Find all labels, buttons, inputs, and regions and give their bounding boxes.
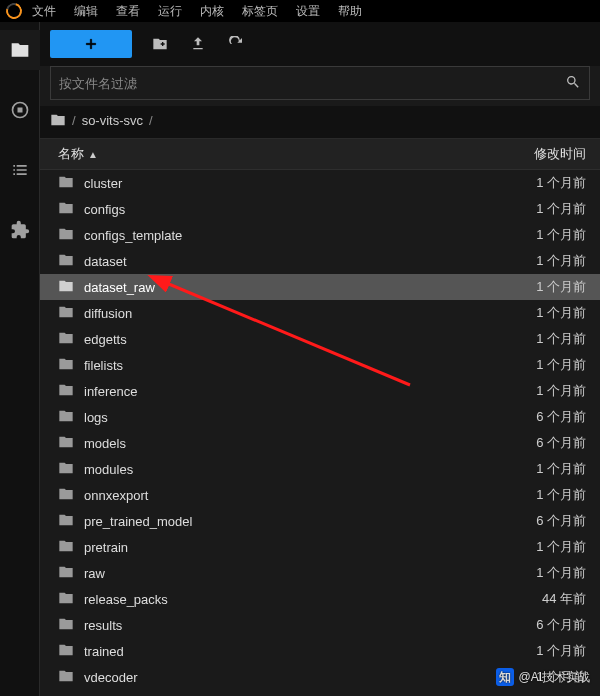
folder-icon xyxy=(58,174,74,193)
file-mtime: 1 个月前 xyxy=(496,252,586,270)
zhihu-icon: 知 xyxy=(496,668,514,686)
folder-icon xyxy=(58,642,74,661)
search-icon xyxy=(565,74,581,93)
folder-icon xyxy=(58,616,74,635)
file-mtime: 1 个月前 xyxy=(496,330,586,348)
new-folder-icon xyxy=(152,36,168,52)
file-mtime: 6 个月前 xyxy=(496,512,586,530)
file-row[interactable]: modules1 个月前 xyxy=(40,456,600,482)
file-name: cluster xyxy=(74,176,496,191)
col-mtime-label[interactable]: 修改时间 xyxy=(496,145,586,163)
activity-rail xyxy=(0,22,40,696)
file-row[interactable]: cluster1 个月前 xyxy=(40,170,600,196)
menu-view[interactable]: 查看 xyxy=(116,3,140,20)
file-mtime: 1 个月前 xyxy=(496,460,586,478)
file-name: trained xyxy=(74,644,496,659)
file-mtime: 6 个月前 xyxy=(496,408,586,426)
file-name: vdecoder xyxy=(74,670,496,685)
file-row[interactable]: filelists1 个月前 xyxy=(40,352,600,378)
file-mtime: 1 个月前 xyxy=(496,200,586,218)
filter-box[interactable] xyxy=(50,66,590,100)
folder-icon xyxy=(58,460,74,479)
folder-icon xyxy=(58,356,74,375)
file-row[interactable]: models6 个月前 xyxy=(40,430,600,456)
folder-icon xyxy=(58,668,74,687)
list-icon xyxy=(10,160,30,180)
file-mtime: 1 个月前 xyxy=(496,564,586,582)
folder-icon xyxy=(58,252,74,271)
crumb-folder[interactable]: so-vits-svc xyxy=(82,113,143,128)
folder-icon xyxy=(58,408,74,427)
file-row[interactable]: configs_template1 个月前 xyxy=(40,222,600,248)
file-mtime: 1 个月前 xyxy=(496,226,586,244)
file-name: dataset_raw xyxy=(74,280,496,295)
folder-icon xyxy=(58,512,74,531)
file-mtime: 1 个月前 xyxy=(496,486,586,504)
file-mtime: 6 个月前 xyxy=(496,434,586,452)
menu-help[interactable]: 帮助 xyxy=(338,3,362,20)
folder-icon xyxy=(58,226,74,245)
file-row[interactable]: raw1 个月前 xyxy=(40,560,600,586)
file-toolbar xyxy=(40,22,600,66)
folder-icon xyxy=(58,486,74,505)
file-row[interactable]: onnxexport1 个月前 xyxy=(40,482,600,508)
file-row[interactable]: configs1 个月前 xyxy=(40,196,600,222)
file-row[interactable]: edgetts1 个月前 xyxy=(40,326,600,352)
menu-run[interactable]: 运行 xyxy=(158,3,182,20)
folder-icon xyxy=(58,330,74,349)
folder-icon xyxy=(10,40,30,60)
file-row[interactable]: results6 个月前 xyxy=(40,612,600,638)
menu-file[interactable]: 文件 xyxy=(32,3,56,20)
file-mtime: 1 个月前 xyxy=(496,174,586,192)
menu-edit[interactable]: 编辑 xyxy=(74,3,98,20)
plus-icon xyxy=(83,36,99,52)
file-name: configs_template xyxy=(74,228,496,243)
breadcrumb[interactable]: / so-vits-svc / xyxy=(40,106,600,139)
file-name: onnxexport xyxy=(74,488,496,503)
file-row[interactable]: pretrain1 个月前 xyxy=(40,534,600,560)
menu-tabs[interactable]: 标签页 xyxy=(242,3,278,20)
file-row[interactable]: pre_trained_model6 个月前 xyxy=(40,508,600,534)
menu-kernel[interactable]: 内核 xyxy=(200,3,224,20)
folder-icon xyxy=(58,590,74,609)
file-mtime: 6 个月前 xyxy=(496,616,586,634)
crumb-root[interactable]: / xyxy=(72,113,76,128)
rail-running-tab[interactable] xyxy=(0,90,40,130)
file-row[interactable]: release_packs44 年前 xyxy=(40,586,600,612)
file-name: configs xyxy=(74,202,496,217)
file-row[interactable]: inference1 个月前 xyxy=(40,378,600,404)
filter-input[interactable] xyxy=(59,76,565,91)
menubar: 文件 编辑 查看 运行 内核 标签页 设置 帮助 xyxy=(0,0,600,22)
refresh-button[interactable] xyxy=(226,34,246,54)
file-mtime: 44 年前 xyxy=(496,590,586,608)
file-name: logs xyxy=(74,410,496,425)
file-row[interactable]: dataset_raw1 个月前 xyxy=(40,274,600,300)
menu-settings[interactable]: 设置 xyxy=(296,3,320,20)
upload-button[interactable] xyxy=(188,34,208,54)
file-name: models xyxy=(74,436,496,451)
folder-icon xyxy=(58,434,74,453)
file-list[interactable]: cluster1 个月前configs1 个月前configs_template… xyxy=(40,170,600,696)
new-folder-button[interactable] xyxy=(150,34,170,54)
file-row[interactable]: logs6 个月前 xyxy=(40,404,600,430)
upload-icon xyxy=(190,36,206,52)
file-row[interactable]: dataset1 个月前 xyxy=(40,248,600,274)
watermark-text: @AI技术实战 xyxy=(518,669,590,686)
rail-files-tab[interactable] xyxy=(0,30,40,70)
file-row[interactable]: trained1 个月前 xyxy=(40,638,600,664)
folder-icon xyxy=(58,278,74,297)
rail-toc-tab[interactable] xyxy=(0,150,40,190)
column-header[interactable]: 名称 ▲ 修改时间 xyxy=(40,139,600,170)
file-name: pretrain xyxy=(74,540,496,555)
file-row[interactable]: diffusion1 个月前 xyxy=(40,300,600,326)
folder-icon xyxy=(58,538,74,557)
col-name-label[interactable]: 名称 xyxy=(58,145,84,163)
folder-icon xyxy=(58,304,74,323)
folder-icon xyxy=(58,564,74,583)
file-name: filelists xyxy=(74,358,496,373)
new-launcher-button[interactable] xyxy=(50,30,132,58)
file-name: modules xyxy=(74,462,496,477)
refresh-icon xyxy=(228,36,244,52)
rail-extensions-tab[interactable] xyxy=(0,210,40,250)
file-name: pre_trained_model xyxy=(74,514,496,529)
